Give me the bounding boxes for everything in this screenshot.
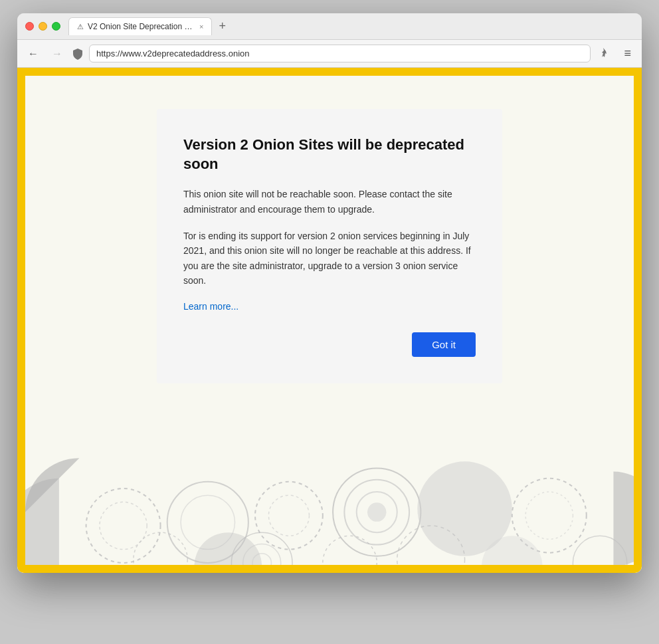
warning-card: Version 2 Onion Sites will be deprecated… (157, 109, 502, 383)
active-tab[interactable]: ⚠ V2 Onion Site Deprecation War… × (68, 17, 212, 35)
back-button[interactable]: ← (24, 45, 43, 62)
learn-more-link[interactable]: Learn more... (183, 301, 238, 312)
tab-bar: ⚠ V2 Onion Site Deprecation War… × + (68, 17, 634, 35)
title-bar: ⚠ V2 Onion Site Deprecation War… × + (17, 13, 642, 40)
maximize-button[interactable] (52, 22, 60, 31)
warning-title: Version 2 Onion Sites will be deprecated… (183, 136, 476, 173)
nav-bar: ← → https://www.v2deprecatedaddress.onio… (17, 40, 642, 68)
svg-point-5 (268, 495, 309, 536)
tab-close-button[interactable]: × (199, 23, 203, 31)
tab-title: V2 Onion Site Deprecation War… (88, 22, 194, 31)
svg-point-9 (367, 502, 386, 521)
browser-window: ⚠ V2 Onion Site Deprecation War… × + ← →… (17, 13, 642, 573)
close-button[interactable] (25, 22, 34, 31)
page-content: Version 2 Onion Sites will be deprecated… (17, 68, 642, 573)
svg-point-0 (86, 488, 161, 563)
svg-point-4 (255, 482, 323, 550)
svg-point-13 (134, 532, 187, 565)
tab-warning-icon: ⚠ (77, 23, 84, 31)
address-bar[interactable]: https://www.v2deprecatedaddress.onion (89, 45, 591, 62)
menu-button[interactable]: ≡ (620, 44, 635, 63)
warning-paragraph-1: This onion site will not be reachable so… (183, 187, 476, 217)
traffic-lights (25, 22, 60, 31)
forward-button[interactable]: → (48, 45, 66, 62)
svg-point-12 (525, 492, 573, 539)
got-it-button[interactable]: Got it (412, 332, 476, 357)
decorative-background (25, 412, 634, 565)
address-text: https://www.v2deprecatedaddress.onion (96, 49, 583, 58)
pin-button[interactable] (596, 45, 614, 63)
shield-icon (72, 48, 84, 60)
new-tab-button[interactable]: + (215, 19, 230, 33)
svg-point-17 (323, 536, 377, 565)
warning-paragraph-2: Tor is ending its support for version 2 … (183, 229, 476, 288)
minimize-button[interactable] (39, 22, 47, 31)
